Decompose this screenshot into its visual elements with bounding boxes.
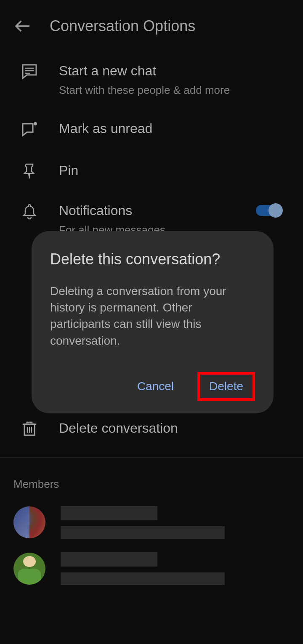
avatar [13, 506, 45, 538]
member-detail-redacted [61, 526, 225, 539]
option-text: Mark as unread [59, 120, 283, 138]
member-name-redacted [61, 506, 157, 520]
dialog-actions: Cancel Delete [50, 372, 255, 401]
option-title: Notifications [59, 202, 236, 220]
members-section-label: Members [0, 465, 303, 499]
option-subtitle: Start with these people & add more [59, 82, 283, 98]
member-text [61, 506, 290, 539]
svg-point-4 [34, 122, 37, 125]
option-pin[interactable]: Pin [0, 150, 303, 192]
option-mark-unread[interactable]: Mark as unread [0, 108, 303, 150]
dialog-title: Delete this conversation? [50, 250, 255, 268]
member-name-redacted [61, 552, 157, 567]
option-title: Delete conversation [59, 420, 283, 437]
toggle-thumb [268, 203, 283, 218]
bell-icon [20, 202, 39, 221]
member-text [61, 552, 290, 585]
header: Conversation Options [0, 0, 303, 52]
avatar [13, 553, 45, 585]
back-arrow-icon[interactable] [13, 16, 33, 36]
option-title: Pin [59, 162, 283, 180]
delete-button[interactable]: Delete [197, 372, 255, 401]
notifications-toggle[interactable] [256, 202, 283, 219]
delete-confirmation-dialog: Delete this conversation? Deleting a con… [32, 231, 274, 413]
dialog-body: Deleting a conversation from your histor… [50, 283, 255, 349]
page-title: Conversation Options [50, 17, 195, 35]
member-row[interactable] [0, 546, 303, 592]
option-text: Pin [59, 162, 283, 180]
option-title: Mark as unread [59, 120, 283, 138]
cancel-button[interactable]: Cancel [126, 372, 185, 401]
option-delete-conversation[interactable]: Delete conversation [0, 407, 303, 450]
option-new-chat[interactable]: Start a new chat Start with these people… [0, 52, 303, 108]
option-text: Start a new chat Start with these people… [59, 62, 283, 98]
trash-icon [20, 419, 39, 438]
member-detail-redacted [61, 572, 225, 585]
option-title: Start a new chat [59, 62, 283, 80]
pin-icon [20, 162, 39, 180]
chat-icon [20, 62, 39, 81]
member-row[interactable] [0, 499, 303, 546]
option-text: Delete conversation [59, 420, 283, 437]
unread-icon [20, 120, 39, 138]
divider [0, 457, 303, 458]
